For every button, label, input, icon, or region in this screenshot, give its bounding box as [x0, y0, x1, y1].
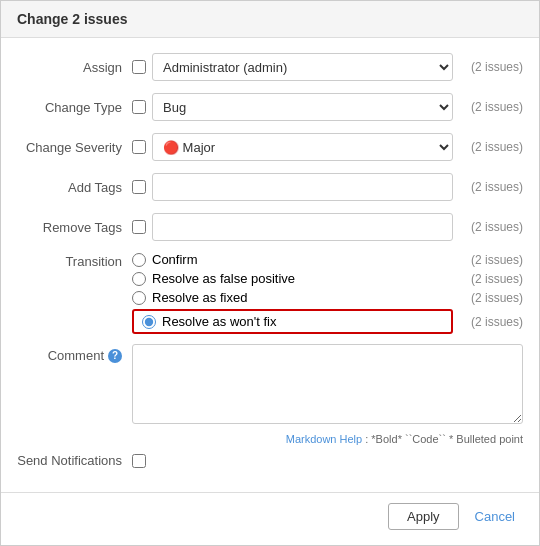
transition-wont-fix-radio[interactable]: [142, 315, 156, 329]
change-type-issues-count: (2 issues): [453, 100, 523, 114]
change-issues-dialog: Change 2 issues Assign Administrator (ad…: [0, 0, 540, 546]
transition-false-positive-row: Resolve as false positive (2 issues): [132, 271, 523, 286]
assign-checkbox[interactable]: [132, 60, 146, 74]
assign-select[interactable]: Administrator (admin): [152, 53, 453, 81]
markdown-help: Markdown Help : *Bold* ``Code`` * Bullet…: [17, 433, 523, 445]
remove-tags-checkbox[interactable]: [132, 220, 146, 234]
remove-tags-control: [152, 213, 453, 241]
transition-section: Transition Confirm (2 issues) Resolve as…: [17, 252, 523, 338]
transition-options: Confirm (2 issues) Resolve as false posi…: [132, 252, 523, 338]
change-severity-select[interactable]: 🔴 Major: [152, 133, 453, 161]
change-severity-checkbox[interactable]: [132, 140, 146, 154]
send-notifications-row: Send Notifications: [17, 453, 523, 468]
change-severity-control: 🔴 Major: [152, 133, 453, 161]
transition-confirm-text: Confirm: [152, 252, 198, 267]
send-notifications-checkbox[interactable]: [132, 454, 146, 468]
apply-button[interactable]: Apply: [388, 503, 459, 530]
cancel-button[interactable]: Cancel: [467, 503, 523, 530]
add-tags-checkbox[interactable]: [132, 180, 146, 194]
comment-control: [132, 344, 523, 427]
transition-false-positive-label[interactable]: Resolve as false positive: [132, 271, 295, 286]
transition-wont-fix-border: Resolve as won't fix: [132, 309, 453, 334]
assign-control: Administrator (admin): [152, 53, 453, 81]
comment-label-wrap: Comment ?: [17, 344, 132, 363]
change-severity-row: Change Severity 🔴 Major (2 issues): [17, 132, 523, 162]
transition-wont-fix-label[interactable]: Resolve as won't fix: [142, 314, 443, 329]
change-type-control: Bug: [152, 93, 453, 121]
markdown-code: ``Code``: [405, 433, 446, 445]
change-type-label: Change Type: [17, 100, 132, 115]
transition-confirm-radio[interactable]: [132, 253, 146, 267]
comment-label-text: Comment: [48, 348, 104, 363]
dialog-title: Change 2 issues: [1, 1, 539, 38]
transition-confirm-label[interactable]: Confirm: [132, 252, 198, 267]
markdown-help-link[interactable]: Markdown Help: [286, 433, 362, 445]
remove-tags-input[interactable]: [152, 213, 453, 241]
transition-wont-fix-row: Resolve as won't fix (2 issues): [132, 309, 523, 334]
transition-fixed-count: (2 issues): [453, 291, 523, 305]
transition-wont-fix-count: (2 issues): [453, 315, 523, 329]
add-tags-label: Add Tags: [17, 180, 132, 195]
change-severity-label: Change Severity: [17, 140, 132, 155]
transition-fixed-radio[interactable]: [132, 291, 146, 305]
transition-false-positive-radio[interactable]: [132, 272, 146, 286]
add-tags-control: [152, 173, 453, 201]
markdown-bold: : *Bold*: [365, 433, 402, 445]
change-type-checkbox[interactable]: [132, 100, 146, 114]
transition-fixed-text: Resolve as fixed: [152, 290, 247, 305]
comment-textarea[interactable]: [132, 344, 523, 424]
transition-false-positive-text: Resolve as false positive: [152, 271, 295, 286]
transition-label: Transition: [17, 252, 132, 269]
remove-tags-issues-count: (2 issues): [453, 220, 523, 234]
transition-confirm-count: (2 issues): [453, 253, 523, 267]
add-tags-input[interactable]: [152, 173, 453, 201]
markdown-bulleted: * Bulleted point: [449, 433, 523, 445]
dialog-body: Assign Administrator (admin) (2 issues) …: [1, 38, 539, 492]
dialog-footer: Apply Cancel: [1, 492, 539, 540]
remove-tags-label: Remove Tags: [17, 220, 132, 235]
transition-wont-fix-text: Resolve as won't fix: [162, 314, 276, 329]
transition-false-positive-count: (2 issues): [453, 272, 523, 286]
send-notifications-label: Send Notifications: [17, 453, 132, 468]
transition-fixed-row: Resolve as fixed (2 issues): [132, 290, 523, 305]
add-tags-row: Add Tags (2 issues): [17, 172, 523, 202]
transition-confirm-row: Confirm (2 issues): [132, 252, 523, 267]
transition-fixed-label[interactable]: Resolve as fixed: [132, 290, 247, 305]
assign-issues-count: (2 issues): [453, 60, 523, 74]
change-type-select[interactable]: Bug: [152, 93, 453, 121]
assign-label: Assign: [17, 60, 132, 75]
remove-tags-row: Remove Tags (2 issues): [17, 212, 523, 242]
change-type-row: Change Type Bug (2 issues): [17, 92, 523, 122]
add-tags-issues-count: (2 issues): [453, 180, 523, 194]
change-severity-issues-count: (2 issues): [453, 140, 523, 154]
comment-row: Comment ?: [17, 344, 523, 427]
assign-row: Assign Administrator (admin) (2 issues): [17, 52, 523, 82]
comment-help-icon[interactable]: ?: [108, 349, 122, 363]
